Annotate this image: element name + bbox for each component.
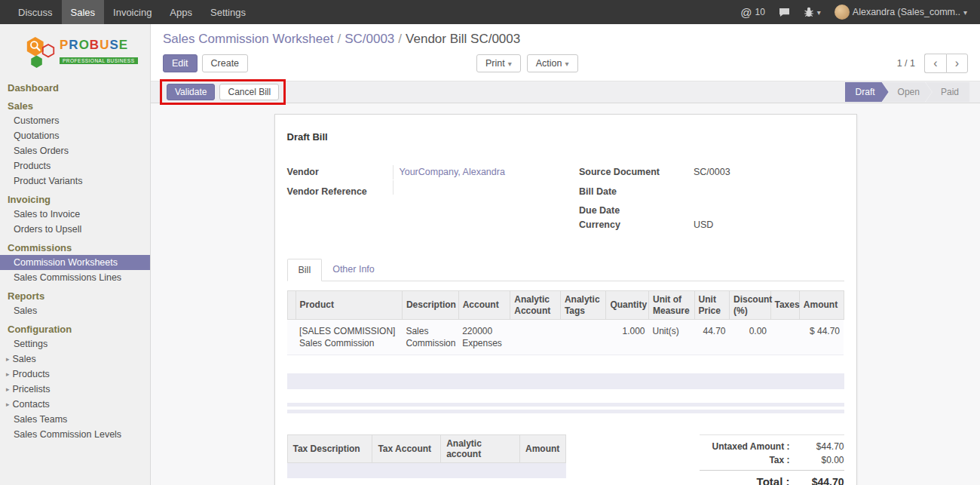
menu-sales[interactable]: Sales: [62, 0, 105, 24]
sidebar-item-sales-to-invoice[interactable]: Sales to Invoice: [0, 207, 150, 222]
column-header-account: Account: [458, 291, 510, 320]
sidebar-item-config-products[interactable]: ▸Products: [0, 367, 150, 382]
cancel-bill-button[interactable]: Cancel Bill: [219, 84, 279, 100]
tab-other-info[interactable]: Other Info: [322, 259, 385, 281]
annotation-box: Validate Cancel Bill: [160, 79, 286, 105]
sidebar-item-config-contacts[interactable]: ▸Contacts: [0, 397, 150, 412]
status-draft[interactable]: Draft: [845, 82, 889, 102]
column-header-description: Description: [402, 291, 458, 320]
sidebar-header-configuration[interactable]: Configuration: [0, 318, 150, 336]
sidebar-header-commissions[interactable]: Commissions: [0, 237, 150, 255]
menu-invoicing[interactable]: Invoicing: [104, 0, 161, 24]
caret-down-icon: ▾: [817, 8, 821, 17]
column-header-quantity: Quantity: [606, 291, 649, 320]
sidebar-item-sales-orders[interactable]: Sales Orders: [0, 143, 150, 158]
sidebar: PROBUSE PROFESSIONAL BUSINESS Dashboard …: [0, 24, 151, 485]
row-handle: [287, 320, 296, 355]
print-dropdown-button[interactable]: Print▾: [476, 54, 521, 72]
sidebar-item-sales-commissions-lines[interactable]: Sales Commissions Lines: [0, 270, 150, 285]
column-header-analytic-tags: Analytic Tags: [560, 291, 606, 320]
source-document-value: SC/0003: [688, 165, 844, 180]
sidebar-item-commission-worksheets[interactable]: Commission Worksheets: [0, 255, 150, 270]
tax-label: Tax :: [769, 455, 789, 465]
sidebar-header-label: Commissions: [8, 242, 72, 253]
due-date-value: [688, 199, 844, 213]
pager-previous-button[interactable]: ‹: [924, 54, 946, 73]
tax-lines-table: Tax Description Tax Account Analytic acc…: [287, 434, 566, 463]
sidebar-header-sales[interactable]: Sales: [0, 95, 150, 113]
sidebar-item-customers[interactable]: Customers: [0, 113, 150, 128]
cell-unit-price: 44.70: [694, 320, 729, 355]
breadcrumb-link[interactable]: Sales Commission Worksheet: [163, 32, 333, 46]
sidebar-header-dashboard[interactable]: Dashboard: [0, 77, 150, 95]
sidebar-item-product-variants[interactable]: Product Variants: [0, 173, 150, 189]
sidebar-header-label: Invoicing: [8, 194, 51, 205]
print-label: Print: [485, 58, 505, 69]
breadcrumb: Sales Commission Worksheet/SC/0003/Vendo…: [163, 32, 968, 47]
sidebar-item-label: Sales: [14, 305, 37, 316]
breadcrumb-current: Vendor Bill SC/0003: [406, 32, 520, 46]
sidebar-item-sales-commission-levels[interactable]: Sales Commission Levels: [0, 427, 150, 442]
column-header-tax-description: Tax Description: [287, 435, 372, 463]
caret-down-icon: ▾: [963, 8, 967, 17]
totals-panel: Untaxed Amount : $44.70 Tax : $0.00 Tota…: [700, 434, 844, 485]
sidebar-item-label: Orders to Upsell: [14, 224, 81, 235]
action-dropdown-button[interactable]: Action▾: [527, 54, 578, 72]
sidebar-item-settings[interactable]: Settings: [0, 336, 150, 351]
total-value: $44.70: [796, 476, 844, 485]
column-header-discount: Discount (%): [729, 291, 770, 320]
vendor-value[interactable]: YourCompany, Alexandra: [393, 165, 566, 180]
sidebar-item-label: Sales Commission Levels: [14, 429, 121, 440]
sidebar-header-label: Sales: [8, 100, 33, 112]
chevron-right-icon: ▸: [6, 385, 10, 393]
sidebar-item-config-sales[interactable]: ▸Sales: [0, 351, 150, 367]
status-open[interactable]: Open: [883, 82, 932, 102]
statusbar: Validate Cancel Bill Draft Open Paid: [151, 81, 980, 103]
sidebar-item-orders-to-upsell[interactable]: Orders to Upsell: [0, 222, 150, 237]
create-button[interactable]: Create: [202, 54, 249, 72]
cell-analytic-account: [510, 320, 561, 355]
menu-settings[interactable]: Settings: [201, 0, 255, 24]
edit-button[interactable]: Edit: [163, 54, 198, 72]
column-header-tax-amount: Amount: [519, 435, 565, 463]
tab-bill[interactable]: Bill: [287, 259, 323, 281]
debug-button[interactable]: ▾: [797, 0, 828, 24]
menu-apps[interactable]: Apps: [161, 0, 201, 24]
pager: 1 / 1 ‹ ›: [897, 54, 968, 73]
sidebar-item-quotations[interactable]: Quotations: [0, 128, 150, 143]
breadcrumb-link[interactable]: SC/0003: [345, 32, 394, 46]
sidebar-item-reports-sales[interactable]: Sales: [0, 303, 150, 318]
field-groups: Vendor YourCompany, Alexandra Vendor Ref…: [287, 165, 844, 233]
handle-column-header: [287, 291, 296, 320]
validate-button[interactable]: Validate: [167, 84, 215, 100]
tax-value: $0.00: [796, 455, 844, 465]
sidebar-item-config-pricelists[interactable]: ▸Pricelists: [0, 382, 150, 397]
pager-next-button[interactable]: ›: [946, 54, 968, 73]
sidebar-item-label: Sales Orders: [14, 146, 69, 156]
sidebar-item-label: Pricelists: [13, 384, 51, 394]
messages-button[interactable]: [772, 0, 797, 24]
sidebar-item-sales-teams[interactable]: Sales Teams: [0, 412, 150, 427]
column-header-taxes: Taxes: [770, 291, 799, 320]
chevron-right-icon: ▸: [6, 401, 10, 408]
source-document-label: Source Document: [579, 165, 688, 179]
sidebar-header-reports[interactable]: Reports: [0, 285, 150, 303]
table-row[interactable]: [SALES COMMISSION] Sales Commission Sale…: [287, 320, 844, 355]
untaxed-amount-value: $44.70: [796, 441, 844, 452]
total-label: Total :: [757, 475, 790, 485]
sidebar-item-products[interactable]: Products: [0, 158, 150, 173]
mentions-button[interactable]: @ 10: [733, 0, 772, 24]
user-menu[interactable]: Alexandra (Sales_comm.. ▾: [828, 0, 974, 24]
sidebar-item-label: Commission Worksheets: [14, 257, 118, 268]
record-title: Draft Bill: [287, 131, 844, 143]
user-name: Alexandra (Sales_comm..: [853, 7, 960, 17]
menu-discuss[interactable]: Discuss: [9, 0, 62, 24]
sidebar-item-label: Contacts: [13, 399, 50, 410]
cell-discount: 0.00: [729, 320, 770, 355]
menu-label: Settings: [210, 7, 246, 18]
untaxed-amount-label: Untaxed Amount :: [712, 441, 790, 452]
sidebar-header-invoicing[interactable]: Invoicing: [0, 189, 150, 207]
status-paid[interactable]: Paid: [926, 82, 969, 102]
column-header-analytic-account: Analytic Account: [510, 291, 561, 320]
logo-wordmark: PROBUSE: [60, 38, 138, 53]
